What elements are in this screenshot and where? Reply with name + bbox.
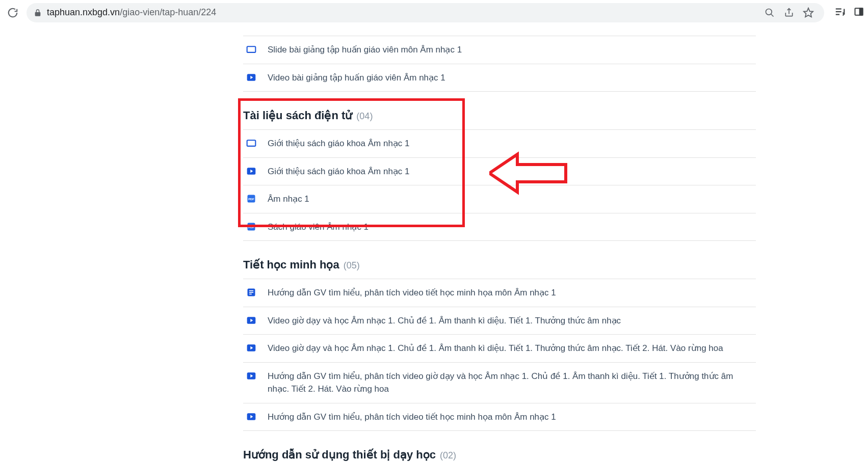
list-item[interactable]: Video bài giảng tập huấn giáo viên Âm nh… (243, 64, 756, 92)
list-item[interactable]: Giới thiệu sách giáo khoa Âm nhạc 1 (243, 158, 756, 186)
svg-line-1 (771, 14, 774, 16)
svg-rect-9 (860, 8, 863, 15)
side-panel-icon[interactable] (854, 7, 864, 19)
address-bar[interactable]: taphuan.nxbgd.vn/giao-vien/tap-huan/224 (27, 3, 824, 22)
list-item[interactable]: Hướng dẫn GV tìm hiểu, phân tích video t… (243, 279, 756, 307)
slide-icon (246, 138, 256, 148)
section-title: Hướng dẫn sử dụng thiết bị dạy học (243, 448, 436, 461)
list-item[interactable]: Slide bài giảng tập huấn giáo viên môn Â… (243, 36, 756, 64)
video-icon (246, 371, 256, 381)
item-label: Hướng dẫn GV tìm hiểu, phân tích video g… (268, 370, 756, 396)
video-icon (246, 166, 256, 176)
video-icon (246, 72, 256, 83)
doc-icon (246, 287, 256, 297)
svg-text:PDF: PDF (248, 225, 254, 228)
url-path: /giao-vien/tap-huan/224 (120, 7, 216, 18)
address-bar-actions (764, 7, 817, 18)
browser-right-icons (829, 6, 864, 19)
svg-marker-3 (804, 8, 813, 16)
list-item[interactable]: PDF Sách giáo viên Âm nhạc 1 (243, 213, 756, 241)
page-content: Slide bài giảng tập huấn giáo viên môn Â… (0, 25, 868, 461)
video-icon (246, 412, 256, 422)
share-icon[interactable] (783, 7, 795, 18)
section-title: Tài liệu sách điện tử (243, 109, 352, 122)
item-label: Video giờ dạy và học Âm nhạc 1. Chủ đề 1… (268, 342, 723, 355)
reading-list-icon[interactable] (834, 6, 846, 19)
section-count: (04) (356, 111, 373, 122)
star-icon[interactable] (803, 7, 814, 18)
video-icon (246, 315, 256, 325)
item-label: Video giờ dạy và học Âm nhạc 1. Chủ đề 1… (268, 314, 621, 328)
svg-rect-11 (248, 48, 254, 51)
list-item[interactable]: PDF Âm nhạc 1 (243, 185, 756, 213)
browser-toolbar: taphuan.nxbgd.vn/giao-vien/tap-huan/224 (0, 0, 868, 25)
item-label: Giới thiệu sách giáo khoa Âm nhạc 1 (268, 137, 410, 150)
section-header-ebook: Tài liệu sách điện tử (04) (243, 106, 756, 129)
svg-point-0 (766, 9, 772, 15)
item-label: Hướng dẫn GV tìm hiểu, phân tích video t… (268, 411, 556, 424)
pdf-icon: PDF (246, 222, 256, 232)
url-host: taphuan.nxbgd.vn (47, 7, 120, 18)
section-count: (02) (440, 450, 456, 461)
zoom-icon[interactable] (764, 7, 775, 18)
section-header-lesson: Tiết học minh họa (05) (243, 255, 756, 279)
url-text: taphuan.nxbgd.vn/giao-vien/tap-huan/224 (47, 7, 216, 18)
list-item[interactable]: Hướng dẫn GV tìm hiểu, phân tích video g… (243, 363, 756, 403)
list-item[interactable]: Hướng dẫn GV tìm hiểu, phân tích video t… (243, 403, 756, 431)
reload-button[interactable] (4, 4, 21, 21)
lock-icon (34, 9, 42, 17)
slide-icon (246, 44, 256, 55)
list-item[interactable]: Giới thiệu sách giáo khoa Âm nhạc 1 (243, 129, 756, 158)
item-label: Giới thiệu sách giáo khoa Âm nhạc 1 (268, 165, 410, 178)
section-header-device: Hướng dẫn sử dụng thiết bị dạy học (02) (243, 445, 756, 461)
list-item[interactable]: Video giờ dạy và học Âm nhạc 1. Chủ đề 1… (243, 307, 756, 335)
list-item[interactable]: Video giờ dạy và học Âm nhạc 1. Chủ đề 1… (243, 335, 756, 363)
item-label: Âm nhạc 1 (268, 193, 309, 206)
svg-text:PDF: PDF (248, 198, 254, 201)
item-label: Slide bài giảng tập huấn giáo viên môn Â… (268, 43, 462, 57)
item-label: Sách giáo viên Âm nhạc 1 (268, 221, 369, 234)
pdf-icon: PDF (246, 194, 256, 204)
svg-rect-15 (248, 142, 254, 145)
item-label: Video bài giảng tập huấn giáo viên Âm nh… (268, 71, 445, 85)
section-title: Tiết học minh họa (243, 258, 339, 271)
item-label: Hướng dẫn GV tìm hiểu, phân tích video t… (268, 286, 556, 300)
section-count: (05) (344, 260, 360, 271)
video-icon (246, 343, 256, 353)
